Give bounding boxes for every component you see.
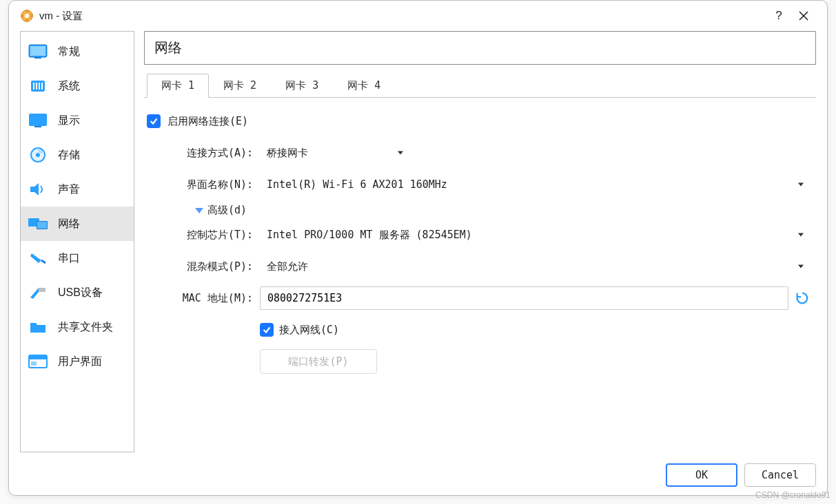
attached-dropdown[interactable]: 桥接网卡 — [260, 141, 410, 165]
cable-connected-label: 接入网线(C) — [279, 324, 339, 337]
sidebar-item-audio[interactable]: 声音 — [21, 172, 134, 207]
svg-rect-26 — [31, 361, 37, 366]
sidebar-item-usb[interactable]: USB设备 — [21, 275, 134, 310]
sidebar-item-label: 显示 — [58, 114, 80, 128]
chevron-down-icon — [195, 208, 203, 213]
sidebar-item-label: 存储 — [58, 148, 80, 162]
svg-point-1 — [25, 14, 30, 19]
main-panel: 网络 网卡 1 网卡 2 网卡 3 网卡 4 启用网络连接(E) — [144, 31, 816, 452]
sidebar-item-label: 声音 — [58, 182, 80, 197]
advanced-expander[interactable]: 高级(d) — [195, 204, 810, 217]
sidebar-item-shared[interactable]: 共享文件夹 — [21, 310, 134, 344]
close-icon — [798, 10, 809, 21]
sidebar-item-label: 系统 — [58, 79, 80, 94]
folder-icon — [28, 319, 48, 335]
svg-point-4 — [26, 19, 28, 21]
adapter-type-label: 控制芯片(T): — [150, 229, 260, 242]
section-title-box: 网络 — [144, 31, 816, 65]
tab-adapter-4[interactable]: 网卡 4 — [333, 74, 395, 98]
refresh-mac-button[interactable] — [794, 290, 810, 306]
audio-icon — [28, 181, 48, 198]
svg-rect-14 — [39, 83, 40, 90]
mac-label: MAC 地址(M): — [150, 292, 260, 305]
tab-adapter-3[interactable]: 网卡 3 — [271, 74, 333, 98]
network-icon — [28, 216, 48, 232]
sidebar-item-label: 共享文件夹 — [58, 320, 113, 335]
attached-value: 桥接网卡 — [267, 147, 308, 160]
svg-rect-22 — [37, 222, 47, 229]
port-forwarding-button[interactable]: 端口转发(P) — [260, 349, 377, 374]
sidebar-item-system[interactable]: 系统 — [21, 69, 134, 103]
system-icon — [28, 78, 48, 94]
promisc-label: 混杂模式(P): — [150, 260, 260, 273]
svg-rect-13 — [36, 83, 37, 90]
help-button[interactable]: ? — [766, 3, 791, 28]
form-area: 启用网络连接(E) 连接方式(A): 桥接网卡 界面名称(N): — [144, 98, 816, 452]
enable-network-label: 启用网络连接(E) — [167, 115, 248, 128]
tab-adapter-2[interactable]: 网卡 2 — [209, 74, 271, 98]
name-value: Intel(R) Wi-Fi 6 AX201 160MHz — [267, 178, 447, 191]
enable-network-checkbox[interactable] — [147, 114, 161, 128]
usb-icon — [28, 284, 48, 301]
name-dropdown[interactable]: Intel(R) Wi-Fi 6 AX201 160MHz — [260, 173, 810, 196]
tab-label: 网卡 2 — [223, 79, 256, 92]
tab-adapter-1[interactable]: 网卡 1 — [147, 74, 209, 98]
dialog-footer: OK Cancel — [9, 458, 827, 495]
promisc-value: 全部允许 — [267, 260, 308, 273]
close-button[interactable] — [791, 3, 816, 28]
section-title: 网络 — [154, 39, 806, 57]
sidebar: 常规 系统 显示 存储 声音 网络 — [20, 31, 134, 452]
general-icon — [28, 43, 48, 60]
svg-rect-23 — [39, 288, 45, 292]
cable-connected-checkbox[interactable] — [260, 323, 274, 337]
port-forwarding-label: 端口转发(P) — [288, 355, 348, 368]
name-label: 界面名称(N): — [150, 178, 260, 191]
attached-label: 连接方式(A): — [150, 147, 260, 160]
window-title: vm - 设置 — [39, 10, 83, 23]
storage-icon — [28, 147, 48, 163]
sidebar-item-label: 用户界面 — [58, 355, 102, 369]
tab-label: 网卡 4 — [347, 79, 380, 92]
chevron-down-icon — [398, 151, 403, 155]
settings-window: vm - 设置 ? 常规 系统 显示 存储 — [8, 0, 828, 496]
svg-rect-15 — [41, 83, 43, 90]
sidebar-item-display[interactable]: 显示 — [21, 103, 134, 138]
svg-rect-25 — [29, 355, 47, 359]
tab-label: 网卡 3 — [285, 79, 318, 92]
app-icon — [20, 9, 34, 23]
chevron-down-icon — [798, 233, 804, 237]
tabbar: 网卡 1 网卡 2 网卡 3 网卡 4 — [144, 73, 816, 98]
svg-point-5 — [21, 14, 23, 17]
svg-point-2 — [26, 10, 28, 12]
ok-button[interactable]: OK — [666, 463, 737, 487]
svg-rect-17 — [34, 126, 41, 127]
help-icon: ? — [775, 9, 782, 23]
refresh-icon — [795, 291, 810, 306]
sidebar-item-label: USB设备 — [58, 286, 103, 300]
svg-rect-16 — [29, 114, 47, 126]
promisc-dropdown[interactable]: 全部允许 — [260, 255, 810, 278]
adapter-type-dropdown[interactable]: Intel PRO/1000 MT 服务器 (82545EM) — [260, 223, 810, 246]
sidebar-item-network[interactable]: 网络 — [21, 207, 134, 241]
chevron-down-icon — [798, 183, 804, 187]
cancel-label: Cancel — [762, 469, 799, 481]
sidebar-item-general[interactable]: 常规 — [21, 34, 134, 69]
svg-point-3 — [30, 14, 32, 17]
titlebar: vm - 设置 ? — [9, 1, 827, 31]
svg-rect-9 — [30, 46, 45, 56]
tab-label: 网卡 1 — [161, 79, 194, 92]
svg-rect-10 — [34, 57, 41, 59]
ui-icon — [28, 353, 48, 370]
adapter-type-value: Intel PRO/1000 MT 服务器 (82545EM) — [267, 229, 472, 242]
mac-input[interactable] — [260, 286, 788, 310]
sidebar-item-storage[interactable]: 存储 — [21, 138, 134, 172]
ok-label: OK — [695, 469, 708, 481]
display-icon — [28, 112, 48, 129]
advanced-label: 高级(d) — [207, 204, 247, 217]
chevron-down-icon — [798, 265, 804, 269]
sidebar-item-label: 网络 — [58, 217, 80, 231]
cancel-button[interactable]: Cancel — [744, 463, 816, 487]
sidebar-item-serial[interactable]: 串口 — [21, 241, 134, 275]
sidebar-item-ui[interactable]: 用户界面 — [21, 344, 134, 379]
serial-icon — [28, 250, 48, 266]
